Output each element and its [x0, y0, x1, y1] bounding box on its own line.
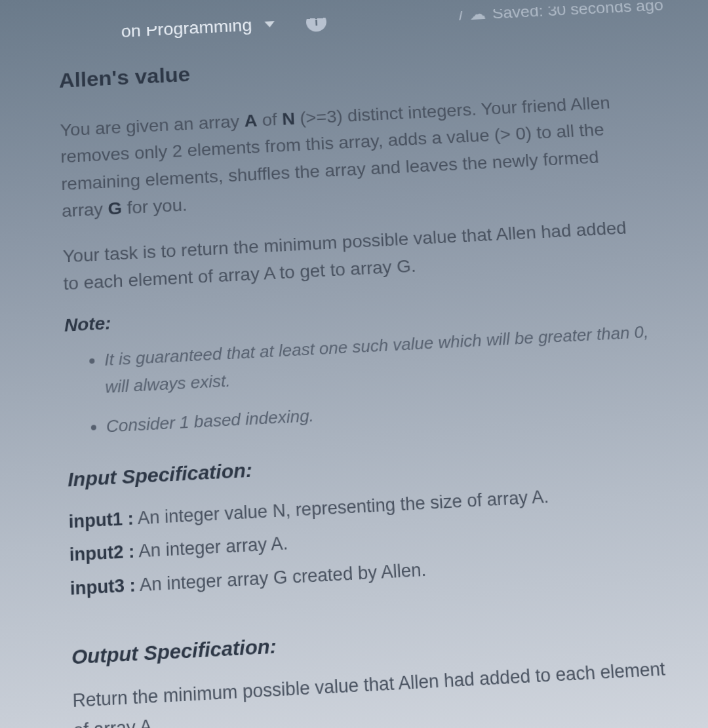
info-icon[interactable]: i [305, 12, 326, 32]
problem-screen: 2024 on Programming i / ☁ Saved: 30 seco… [0, 1, 708, 728]
category-dropdown[interactable]: on Programming [121, 14, 275, 41]
notes-list: It is guaranteed that at least one such … [65, 318, 660, 442]
cloud-icon: ☁ [469, 4, 486, 24]
separator: / [458, 5, 464, 24]
dropdown-label: on Programming [121, 16, 252, 41]
timestamp-year: 2024 [384, 1, 422, 4]
saved-status: / ☁ Saved: 30 seconds ago [458, 1, 664, 24]
problem-content: Allen's value You are given an array A o… [8, 32, 708, 728]
problem-paragraph-1: You are given an array A of N (>=3) dist… [60, 88, 642, 225]
saved-text: Saved: 30 seconds ago [492, 1, 664, 23]
chevron-down-icon [264, 21, 275, 28]
output-text: Return the minimum possible value that A… [72, 653, 686, 728]
problem-paragraph-2: Your task is to return the minimum possi… [62, 213, 648, 297]
